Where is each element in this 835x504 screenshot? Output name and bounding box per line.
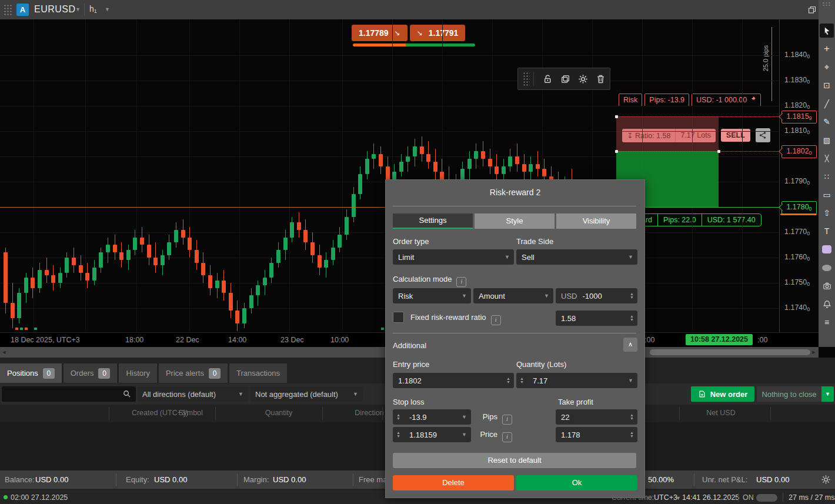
range-ruler-line <box>771 27 772 101</box>
close-positions-button[interactable]: Nothing to close <box>757 386 821 402</box>
column-header-direction[interactable]: Direction <box>355 409 383 417</box>
info-icon[interactable]: i <box>491 315 501 325</box>
order-type-select[interactable]: Limit▼ <box>393 249 514 265</box>
crosshair-dot-tool[interactable]: ⌖ <box>820 60 834 74</box>
close-positions-dropdown-icon[interactable]: ▼ <box>821 386 834 402</box>
window-restore-icon[interactable] <box>808 6 816 14</box>
risk-amount-input[interactable]: USD -1000 ▲▼ <box>556 288 637 303</box>
tab-settings[interactable]: Settings <box>393 213 473 229</box>
scroll-left-icon[interactable]: ◂ <box>2 348 6 356</box>
alerts-tool[interactable] <box>820 297 834 311</box>
drag-handle[interactable] <box>615 150 618 153</box>
camera-tool[interactable] <box>820 279 834 293</box>
stepper-icon[interactable]: ▲▼ <box>503 377 514 384</box>
stepper-icon[interactable]: ▲▼ <box>626 431 637 438</box>
pin-icon[interactable] <box>750 96 756 104</box>
fixed-ratio-input[interactable]: 1.58 ▲▼ <box>556 311 637 326</box>
quantity-input[interactable]: ▲▼ 7.17 ▼ <box>516 373 637 388</box>
delete-trash-icon[interactable] <box>592 72 609 86</box>
new-order-button[interactable]: New order <box>691 386 754 402</box>
sidebar-drag-handle-icon[interactable] <box>822 2 831 6</box>
stepper-icon[interactable]: ▲▼ <box>516 377 527 384</box>
column-header-net-usd[interactable]: Net USD <box>706 409 735 417</box>
reset-default-button[interactable]: Reset to default <box>393 453 636 468</box>
tab-visibility[interactable]: Visibility <box>556 213 636 229</box>
price-tag-current-take-profit[interactable]: 1.17800 <box>781 201 817 214</box>
unlock-icon[interactable] <box>539 72 556 86</box>
price-tag-entry[interactable]: 1.18020 <box>781 145 817 158</box>
price-tag-stop-loss[interactable]: 1.18159 <box>781 111 817 124</box>
strike-tool[interactable]: ╳ <box>820 151 834 165</box>
account-badge[interactable]: A <box>16 4 29 16</box>
search-input[interactable] <box>2 386 136 402</box>
entry-price-input[interactable]: 1.1802 ▲▼ <box>393 373 514 388</box>
stop-loss-pips-input[interactable]: ▲▼ -13.9 ▼ <box>393 409 471 425</box>
stepper-icon[interactable]: ▲▼ <box>626 315 637 322</box>
timeframe-dropdown-icon[interactable]: ▼ <box>105 6 110 12</box>
symbol-selector[interactable]: EURUSD <box>34 4 76 15</box>
trendline-tool[interactable]: ╱ <box>820 96 834 111</box>
take-profit-pips-input[interactable]: 22 ▲▼ <box>556 409 637 425</box>
share-icon[interactable] <box>756 128 770 142</box>
panel-tab-positions[interactable]: Positions0 <box>0 363 62 383</box>
buy-quote-button[interactable]: ↘1.17791 <box>410 25 466 41</box>
ok-button[interactable]: Ok <box>516 475 637 490</box>
tab-style[interactable]: Style <box>475 213 555 229</box>
delete-button[interactable]: Delete <box>393 475 514 490</box>
aggregation-filter-dropdown[interactable]: Not aggregated (default)▼ <box>250 386 363 402</box>
drag-handle[interactable] <box>717 150 720 153</box>
pencil-tool[interactable]: ✎ <box>820 115 834 129</box>
info-icon[interactable]: i <box>502 415 512 425</box>
duplicate-icon[interactable] <box>556 72 574 86</box>
fixed-ratio-checkbox[interactable] <box>393 312 404 323</box>
timezone-dropdown-icon[interactable]: ▼ <box>676 495 681 501</box>
column-header-quantity[interactable]: Quantity <box>265 409 293 417</box>
candle <box>413 146 417 156</box>
rectangle-tool[interactable]: ▭ <box>820 188 834 202</box>
calc-basis-select[interactable]: Amount▼ <box>473 288 553 303</box>
sound-toggle[interactable] <box>756 494 777 502</box>
info-icon[interactable]: i <box>502 432 512 442</box>
arrow-shape-tool[interactable]: ⇧ <box>820 206 834 220</box>
sell-quote-button[interactable]: 1.17789↘ <box>352 25 408 41</box>
info-icon[interactable]: i <box>456 277 466 287</box>
crosshair-square-tool[interactable]: ⊡ <box>820 78 834 92</box>
panel-tab-transactions[interactable]: Transactions <box>229 363 287 383</box>
stop-loss-price-input[interactable]: ▲▼ 1.18159 ▼ <box>393 427 471 442</box>
column-header-symbol[interactable]: Symbol <box>178 409 203 417</box>
direction-filter-dropdown[interactable]: All directions (default)▼ <box>138 386 248 402</box>
stepper-icon[interactable]: ▲▼ <box>626 292 637 299</box>
window-drag-handle-icon[interactable] <box>4 4 12 15</box>
take-profit-price-input[interactable]: 1.178 ▲▼ <box>556 427 637 442</box>
ellipse-tool[interactable] <box>820 261 834 275</box>
drag-handle[interactable] <box>615 115 618 118</box>
stepper-icon[interactable]: ▲▼ <box>393 431 404 438</box>
indicators-tool[interactable]: ≡ <box>820 315 834 329</box>
panel-tab-history[interactable]: History <box>119 363 156 383</box>
stepper-icon[interactable]: ▲▼ <box>626 413 637 420</box>
stop-loss-line[interactable] <box>616 116 779 117</box>
panel-tab-price-alerts[interactable]: Price alerts0 <box>159 363 228 383</box>
entry-price-line[interactable] <box>616 151 779 152</box>
stepper-icon[interactable]: ▲▼ <box>393 413 404 420</box>
panel-settings-gear-icon[interactable] <box>821 475 831 485</box>
entry-price-label: Entry price <box>393 360 429 369</box>
collapse-section-button[interactable]: ∧ <box>623 338 637 352</box>
panel-tab-orders[interactable]: Orders0 <box>64 363 118 383</box>
calc-mode-select[interactable]: Risk▼ <box>393 288 471 303</box>
scroll-right-icon[interactable]: ▸ <box>812 348 816 356</box>
color-swatch-tool[interactable] <box>820 242 834 256</box>
drag-handle-icon[interactable] <box>523 72 530 86</box>
symbol-dropdown-icon[interactable]: ▼ <box>75 6 81 12</box>
settings-gear-icon[interactable] <box>574 72 592 86</box>
timeframe-selector[interactable]: h1 <box>89 4 97 14</box>
crosshair-tool[interactable]: + <box>820 42 834 56</box>
scrollbar-thumb[interactable] <box>650 349 810 355</box>
hatch-tool[interactable]: ▨ <box>820 133 834 147</box>
dot-grid-tool[interactable]: ∷ <box>820 169 834 183</box>
trade-side-select[interactable]: Sell▼ <box>516 249 637 265</box>
cursor-tool[interactable] <box>820 24 834 38</box>
risk-zone[interactable] <box>616 116 719 151</box>
text-tool[interactable]: T <box>820 224 834 238</box>
timezone-selector[interactable]: UTC+3 <box>654 493 677 502</box>
